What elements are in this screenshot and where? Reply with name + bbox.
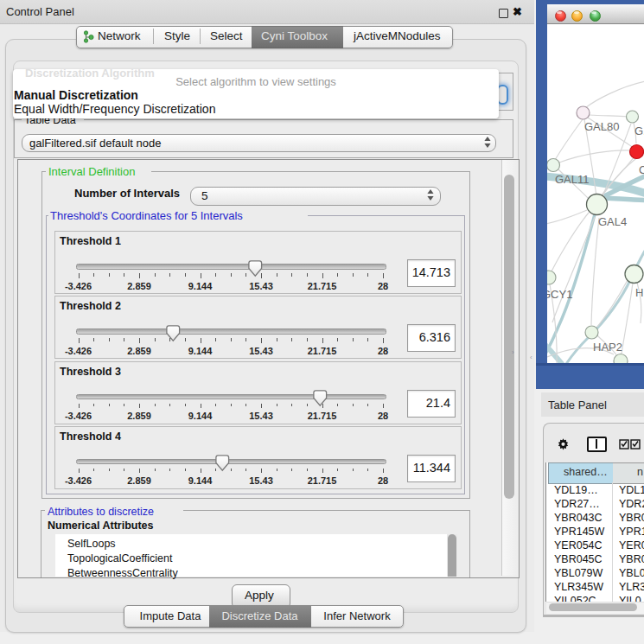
svg-text:GAL11: GAL11 [555, 173, 590, 186]
svg-text:GAL4: GAL4 [598, 215, 627, 228]
svg-text:G.: G. [634, 124, 644, 137]
svg-text:GAL80: GAL80 [584, 120, 619, 133]
svg-text:H: H [635, 286, 643, 299]
svg-text:C: C [639, 163, 644, 176]
svg-text:GCY1: GCY1 [547, 288, 572, 301]
svg-text:HAP2: HAP2 [593, 341, 622, 354]
